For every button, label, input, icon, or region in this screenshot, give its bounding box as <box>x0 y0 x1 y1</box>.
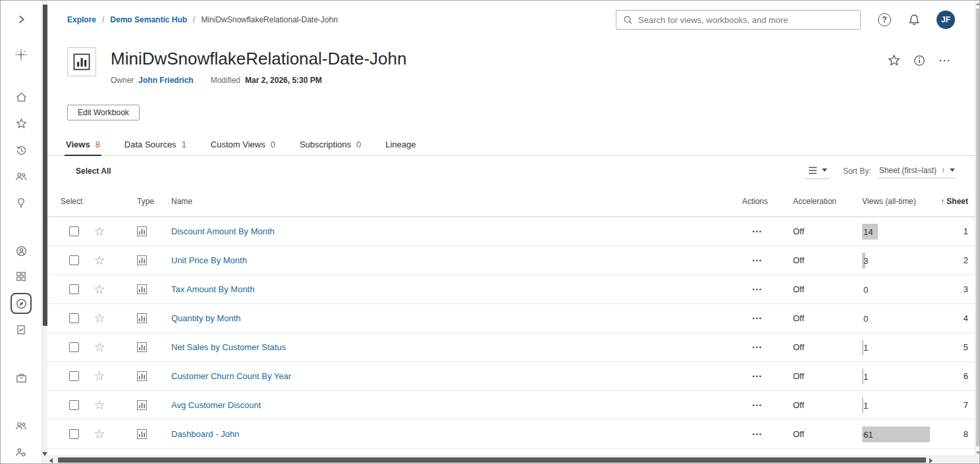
shared-with-me-icon[interactable] <box>1 167 41 186</box>
home-icon[interactable] <box>1 88 41 106</box>
external-assets-icon[interactable] <box>1 321 41 339</box>
workbook-info-icon[interactable] <box>913 55 925 66</box>
favorite-star-icon[interactable]: ☆ <box>83 399 116 411</box>
row-checkbox[interactable] <box>69 429 79 439</box>
tableau-logo-icon[interactable] <box>1 45 41 64</box>
row-actions-button[interactable]: ••• <box>753 257 763 264</box>
row-actions-button[interactable]: ••• <box>753 315 763 322</box>
scroll-left-arrow[interactable] <box>49 458 53 463</box>
favorite-star-icon[interactable]: ☆ <box>83 254 116 267</box>
favorites-star-icon[interactable] <box>1 114 41 132</box>
view-mode-dropdown[interactable] <box>805 163 830 179</box>
owner-link[interactable]: John Friedrich <box>138 76 193 85</box>
scroll-right-arrow[interactable] <box>929 458 933 463</box>
tab-count: 1 <box>182 140 186 149</box>
view-name-link[interactable]: Dashboard - John <box>171 429 239 439</box>
view-name-link[interactable]: Unit Price By Month <box>171 255 247 265</box>
row-actions-button[interactable]: ••• <box>753 373 763 380</box>
row-checkbox[interactable] <box>69 255 79 265</box>
view-type-icon <box>137 400 147 410</box>
collections-icon[interactable] <box>1 267 41 286</box>
view-name-link[interactable]: Discount Amount By Month <box>171 226 275 236</box>
row-actions-button[interactable]: ••• <box>753 228 763 235</box>
users-icon[interactable] <box>1 417 41 435</box>
sidebar-scroll-down-arrow[interactable] <box>42 452 47 456</box>
tab-subscriptions[interactable]: Subscriptions 0 <box>298 140 362 155</box>
tab-label: Subscriptions <box>300 140 351 149</box>
view-type-icon <box>137 255 147 265</box>
search-input[interactable] <box>638 15 854 25</box>
row-actions-button[interactable]: ••• <box>753 344 763 351</box>
favorite-star-icon[interactable]: ☆ <box>83 225 116 238</box>
vertical-scrollbar-thumb[interactable] <box>976 9 979 446</box>
tab-views[interactable]: Views 8 <box>65 140 101 155</box>
view-name-link[interactable]: Customer Churn Count By Year <box>171 371 291 381</box>
breadcrumb-explore-link[interactable]: Explore <box>67 15 96 24</box>
tab-count: 8 <box>95 140 100 149</box>
table-row: ☆Dashboard - John•••Off618 <box>47 420 975 449</box>
sort-direction-arrow[interactable]: ↑ <box>941 166 945 175</box>
views-count: 61 <box>863 429 873 439</box>
row-actions-button[interactable]: ••• <box>753 431 763 438</box>
workbook-more-actions-button[interactable]: ⋯ <box>939 57 951 64</box>
breadcrumb-project-link[interactable]: Demo Semantic Hub <box>110 15 187 24</box>
row-actions-button[interactable]: ••• <box>753 286 763 293</box>
global-search[interactable] <box>616 10 861 30</box>
tab-lineage[interactable]: Lineage <box>384 140 422 155</box>
tab-data-sources[interactable]: Data Sources 1 <box>123 140 188 155</box>
select-all-link[interactable]: Select All <box>76 167 111 176</box>
row-checkbox[interactable] <box>69 313 79 323</box>
groups-icon[interactable] <box>1 443 41 461</box>
column-header-name[interactable]: Name <box>153 197 713 206</box>
tab-label: Views <box>66 140 90 149</box>
view-name-link[interactable]: Net Sales by Customer Status <box>171 342 286 352</box>
edit-workbook-button[interactable]: Edit Workbook <box>67 105 140 120</box>
projects-box-icon[interactable] <box>1 369 41 387</box>
recommendations-lightbulb-icon[interactable] <box>1 193 41 212</box>
favorite-star-icon[interactable]: ☆ <box>83 312 116 324</box>
acceleration-status: Off <box>772 429 841 439</box>
acceleration-status: Off <box>772 313 841 323</box>
row-checkbox[interactable] <box>69 400 79 410</box>
personal-space-icon[interactable] <box>1 242 41 260</box>
column-header-sheet[interactable]: ↑ Sheet <box>923 197 975 206</box>
view-type-icon <box>137 226 147 236</box>
views-count-cell: 14 <box>841 217 923 245</box>
row-checkbox[interactable] <box>69 371 79 381</box>
favorite-star-icon[interactable]: ☆ <box>83 370 116 382</box>
sort-by-label: Sort By: <box>843 167 871 176</box>
row-checkbox[interactable] <box>69 342 79 352</box>
view-name-link[interactable]: Quantity by Month <box>171 313 241 323</box>
row-checkbox[interactable] <box>69 226 79 236</box>
help-icon[interactable]: ? <box>878 13 891 26</box>
table-row: ☆Tax Amount By Month•••Off03 <box>47 275 975 304</box>
notifications-bell-icon[interactable] <box>908 14 920 26</box>
avatar[interactable]: JF <box>937 11 955 29</box>
row-actions-button[interactable]: ••• <box>753 402 763 409</box>
modified-label: Modified <box>211 76 240 85</box>
column-header-views[interactable]: Views (all-time) <box>841 186 923 217</box>
scroll-up-arrow[interactable] <box>976 3 980 5</box>
column-header-acceleration: Acceleration <box>772 197 841 206</box>
views-count-cell: 1 <box>841 391 923 419</box>
vertical-scrollbar[interactable] <box>975 1 979 455</box>
horizontal-scrollbar-thumb[interactable] <box>58 457 926 463</box>
sidebar-scrollbar[interactable] <box>41 1 47 463</box>
favorite-star-icon[interactable]: ☆ <box>83 428 116 440</box>
scroll-down-arrow[interactable] <box>976 451 980 454</box>
sidebar-scrollbar-thumb[interactable] <box>43 5 47 326</box>
sort-field-dropdown[interactable]: Sheet (first–last) ↑ <box>878 164 956 178</box>
favorite-star-icon[interactable]: ☆ <box>83 283 116 296</box>
recents-icon[interactable] <box>1 141 41 159</box>
explore-compass-icon[interactable] <box>11 293 32 314</box>
horizontal-scrollbar[interactable] <box>47 455 975 463</box>
favorite-star-icon[interactable]: ☆ <box>83 341 116 353</box>
table-header-row: Select Type Name Actions Acceleration Vi… <box>47 186 975 217</box>
tab-custom-views[interactable]: Custom Views 0 <box>209 140 277 155</box>
expand-sidebar-chevron-icon[interactable] <box>1 10 41 28</box>
view-name-link[interactable]: Tax Amount By Month <box>171 284 254 294</box>
favorite-workbook-star-icon[interactable] <box>888 54 900 66</box>
row-checkbox[interactable] <box>69 284 79 294</box>
view-name-link[interactable]: Avg Customer Discount <box>171 400 261 410</box>
table-row: ☆Avg Customer Discount•••Off17 <box>47 391 975 420</box>
